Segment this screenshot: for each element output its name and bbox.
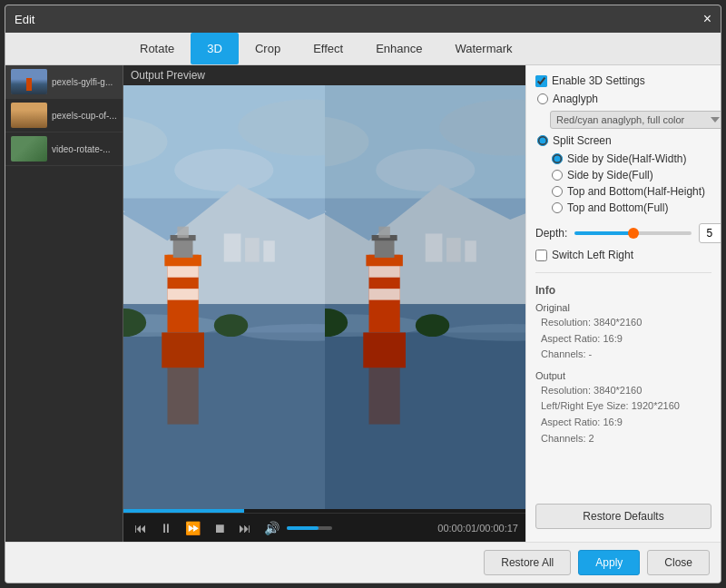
dialog-title: Edit — [15, 13, 34, 26]
stop-button[interactable]: ⏹ — [210, 520, 230, 536]
split-opt-1: Side by Side(Full) — [550, 169, 711, 181]
thumb-1 — [11, 69, 47, 94]
svg-rect-24 — [167, 368, 198, 424]
top-bottom-full-label: Top and Bottom(Full) — [567, 201, 668, 214]
volume-bar[interactable] — [287, 526, 332, 530]
edit-dialog: Edit × Rotate 3D Crop Effect Enhance Wat… — [5, 5, 721, 583]
svg-rect-16 — [167, 266, 198, 277]
top-bottom-half-radio[interactable] — [552, 186, 563, 197]
anaglyph-radio[interactable] — [537, 93, 548, 104]
enable-3d-checkbox[interactable] — [535, 75, 547, 87]
original-channels: Channels: - — [535, 347, 711, 363]
thumb-2 — [11, 103, 47, 128]
split-screen-preview — [123, 85, 525, 509]
svg-point-23 — [214, 314, 248, 337]
info-section: Info Original Resolution: 3840*2160 Aspe… — [535, 284, 711, 454]
svg-rect-17 — [167, 289, 198, 299]
controls-bar: ⏮ ⏸ ⏩ ⏹ ⏭ 🔊 00:00:01/00:00:17 — [123, 513, 525, 542]
sidebar-label-2: pexels-cup-of-... — [52, 111, 117, 121]
sidebar-item-2[interactable]: pexels-cup-of-... — [5, 99, 123, 132]
tab-rotate[interactable]: Rotate — [123, 33, 191, 64]
svg-rect-49 — [368, 368, 399, 424]
svg-rect-20 — [177, 227, 188, 238]
restore-all-button[interactable]: Restore All — [484, 550, 571, 575]
video-container — [123, 85, 525, 509]
split-opt-2: Top and Bottom(Half-Height) — [550, 185, 711, 198]
thumb-3 — [11, 136, 47, 162]
tab-crop[interactable]: Crop — [239, 33, 297, 64]
switch-lr-row: Switch Left Right — [535, 249, 711, 261]
close-button[interactable]: Close — [647, 550, 710, 575]
tab-effect[interactable]: Effect — [297, 33, 359, 64]
split-opt-3: Top and Bottom(Full) — [550, 201, 711, 214]
original-label: Original — [535, 302, 711, 313]
sidebar-label-1: pexels-gylfi-g... — [52, 77, 117, 87]
svg-point-48 — [415, 314, 448, 337]
volume-icon[interactable]: 🔊 — [260, 520, 283, 536]
left-half — [123, 85, 325, 509]
enable-3d-row: Enable 3D Settings — [535, 74, 711, 87]
title-bar: Edit × — [5, 5, 721, 33]
original-aspect: Aspect Ratio: 16:9 — [535, 331, 711, 348]
volume-area: 🔊 — [260, 520, 332, 536]
sidebar-item-1[interactable]: pexels-gylfi-g... — [5, 65, 123, 99]
top-bottom-full-radio[interactable] — [552, 202, 563, 213]
skip-back-button[interactable]: ⏮ — [131, 520, 151, 536]
original-info-group: Original Resolution: 3840*2160 Aspect Ra… — [535, 302, 711, 363]
svg-rect-18 — [173, 238, 193, 258]
anaglyph-label: Anaglyph — [553, 93, 598, 105]
output-aspect: Aspect Ratio: 16:9 — [535, 415, 711, 431]
anaglyph-radio-row: Anaglyph — [535, 93, 711, 105]
switch-lr-checkbox[interactable] — [535, 250, 547, 261]
original-resolution: Resolution: 3840*2160 — [535, 315, 711, 331]
sidebar-item-3[interactable]: video-rotate-... — [5, 132, 123, 166]
svg-rect-42 — [368, 289, 399, 299]
svg-rect-12 — [245, 238, 260, 261]
anaglyph-dropdown[interactable]: Red/cyan anaglyph, full color — [550, 111, 721, 129]
split-opt-0: Side by Side(Half-Width) — [550, 152, 711, 165]
main-content: pexels-gylfi-g... pexels-cup-of-... vide… — [5, 65, 721, 542]
depth-spinbox[interactable]: 5 — [699, 223, 721, 243]
fast-forward-button[interactable]: ⏩ — [182, 520, 204, 536]
restore-defaults-button[interactable]: Restore Defaults — [535, 504, 711, 529]
divider-1 — [535, 272, 711, 273]
svg-rect-11 — [224, 233, 241, 261]
depth-label: Depth: — [535, 227, 567, 240]
bottom-bar: Restore All Apply Close — [5, 542, 721, 583]
split-screen-radio-row: Split Screen — [535, 134, 711, 147]
side-by-full-radio[interactable] — [552, 170, 563, 181]
switch-lr-label: Switch Left Right — [552, 249, 633, 261]
output-resolution: Resolution: 3840*2160 — [535, 383, 711, 399]
output-channels: Channels: 2 — [535, 431, 711, 447]
svg-rect-38 — [465, 240, 476, 261]
tab-watermark[interactable]: Watermark — [438, 33, 528, 64]
split-screen-label: Split Screen — [553, 134, 612, 147]
svg-rect-13 — [263, 240, 274, 261]
svg-rect-36 — [425, 233, 442, 261]
depth-slider[interactable] — [574, 231, 692, 235]
apply-button[interactable]: Apply — [578, 550, 640, 575]
svg-rect-21 — [162, 332, 204, 368]
svg-rect-37 — [446, 238, 461, 261]
skip-end-button[interactable]: ⏭ — [235, 520, 255, 536]
output-eye-size: Left/Right Eye Size: 1920*2160 — [535, 398, 711, 415]
top-bottom-half-label: Top and Bottom(Half-Height) — [567, 185, 705, 198]
tab-3d[interactable]: 3D — [191, 33, 239, 64]
svg-rect-41 — [368, 266, 399, 277]
depth-row: Depth: 5 — [535, 223, 711, 243]
enable-3d-label: Enable 3D Settings — [552, 74, 645, 87]
output-label: Output — [535, 370, 711, 381]
close-icon[interactable]: × — [703, 12, 711, 26]
tab-enhance[interactable]: Enhance — [359, 33, 438, 64]
sidebar-label-3: video-rotate-... — [52, 144, 117, 154]
svg-point-29 — [376, 149, 475, 191]
split-screen-radio[interactable] — [537, 135, 548, 146]
svg-rect-43 — [374, 238, 394, 258]
right-half — [325, 85, 526, 509]
svg-rect-45 — [378, 227, 389, 238]
svg-rect-46 — [363, 332, 406, 368]
svg-point-4 — [174, 149, 273, 191]
side-by-full-label: Side by Side(Full) — [567, 169, 653, 181]
pause-button[interactable]: ⏸ — [156, 520, 176, 536]
side-by-half-radio[interactable] — [552, 153, 563, 164]
